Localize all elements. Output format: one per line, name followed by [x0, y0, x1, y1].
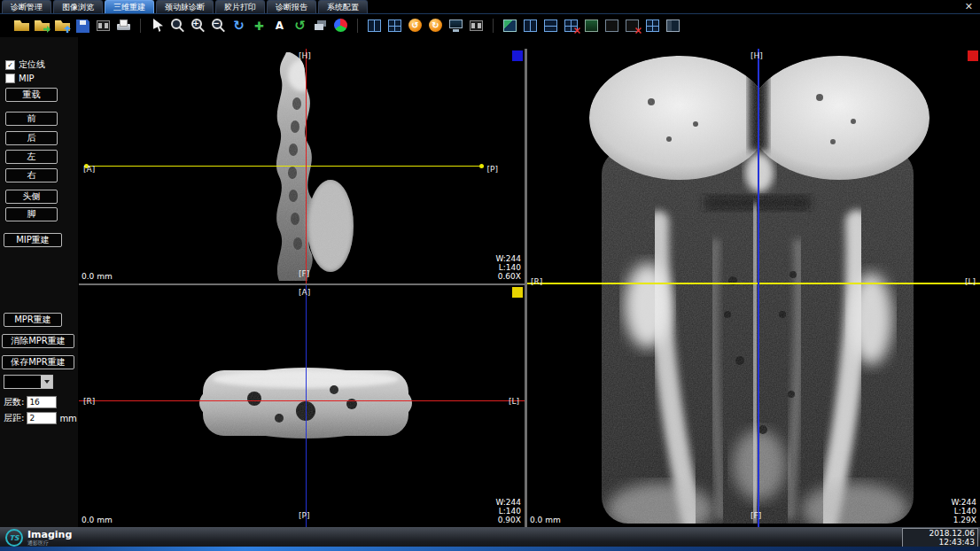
- toolbar-divider: [140, 19, 141, 33]
- image-grid-icon[interactable]: [501, 16, 519, 35]
- zoom-out-icon[interactable]: −: [209, 16, 228, 35]
- screen-green-icon[interactable]: [582, 16, 601, 35]
- layers-icon[interactable]: [311, 16, 330, 35]
- crosshair-endpoint[interactable]: [479, 164, 484, 168]
- mpr-preset-select[interactable]: [4, 375, 53, 389]
- window-level-overlay: W:244 L:140 1.29X: [951, 498, 976, 524]
- tab-diagnosis-report[interactable]: 诊断报告: [267, 0, 316, 13]
- orientation-label-right: [P]: [487, 165, 498, 174]
- monitor-icon[interactable]: [447, 16, 465, 35]
- chevron-down-icon: [41, 376, 52, 388]
- viewport-axial[interactable]: [A] [R] [L] [P] W:244 L:140 0.90X 0.0 mm: [79, 285, 525, 527]
- locator-line-label: 定位线: [19, 58, 45, 71]
- crosshair-coronal-plane-line[interactable]: [306, 49, 307, 283]
- layer-count-input[interactable]: [27, 396, 57, 408]
- folder-export-icon[interactable]: [53, 16, 72, 35]
- layer-spacing-label: 层距:: [4, 412, 24, 424]
- time-value: 12:43:43: [906, 538, 975, 547]
- window-level-overlay: W:244 L:140 0.60X: [495, 254, 521, 281]
- zoom-value: 1.29X: [951, 516, 976, 524]
- head-side-button[interactable]: 头侧: [5, 190, 58, 204]
- grid-close-icon[interactable]: [562, 16, 580, 35]
- mip-label: MIP: [19, 74, 35, 83]
- tab-system-config[interactable]: 系统配置: [318, 0, 368, 13]
- screen-dark-icon[interactable]: [603, 16, 621, 35]
- back-button[interactable]: 后: [5, 131, 58, 145]
- right-button[interactable]: 右: [5, 168, 58, 182]
- window-level-overlay: W:244 L:140 0.90X: [495, 498, 521, 524]
- clear-mpr-button[interactable]: 消除MPR重建: [2, 334, 74, 348]
- zoom-in-icon[interactable]: +: [189, 16, 207, 35]
- crosshair-coronal-plane-line[interactable]: [79, 400, 525, 401]
- redo-icon[interactable]: ↻: [426, 16, 445, 35]
- viewport-coronal[interactable]: [H] [R] [L] [F] W:244 L:140 1.29X 0.0 mm: [527, 49, 980, 527]
- reload-button[interactable]: 重载: [5, 88, 58, 102]
- cursor-icon[interactable]: [148, 16, 167, 35]
- layout-1x2-icon[interactable]: [365, 16, 384, 35]
- viewport-indicator: [968, 50, 978, 61]
- tab-diagnosis-management[interactable]: 诊断管理: [2, 0, 51, 13]
- orientation-label-right: [L]: [965, 277, 976, 286]
- logo-subtext: 通影医疗: [27, 539, 72, 546]
- crosshair-axial-plane-line[interactable]: [527, 283, 980, 284]
- level-value: L:140: [951, 507, 976, 516]
- orientation-label-left: [R]: [531, 277, 542, 286]
- layer-spacing-input[interactable]: [27, 412, 57, 424]
- undo-icon[interactable]: ↺: [406, 16, 424, 35]
- panel-right-icon[interactable]: [664, 16, 682, 35]
- mip-checkbox[interactable]: MIP: [5, 74, 35, 83]
- split-vertical-icon[interactable]: [521, 16, 540, 35]
- layout-2x2-icon[interactable]: [385, 16, 404, 35]
- save-icon[interactable]: [74, 16, 92, 35]
- rotate-icon[interactable]: ↻: [229, 16, 248, 35]
- screen-close-icon[interactable]: [623, 16, 642, 35]
- crosshair-axial-plane-line[interactable]: [86, 166, 484, 167]
- color-wheel-icon[interactable]: [331, 16, 350, 35]
- annotate-icon[interactable]: A: [270, 16, 289, 35]
- split-horizontal-icon[interactable]: [541, 16, 560, 35]
- date-value: 2018.12.06: [906, 529, 975, 538]
- tab-3d-reconstruction[interactable]: 三维重建: [105, 0, 154, 13]
- toolbar: + − ↻ ✚ A ↺ ↺ ↻: [0, 14, 980, 37]
- panels-icon[interactable]: [643, 16, 662, 35]
- filmstrip-icon[interactable]: [467, 16, 486, 35]
- left-button[interactable]: 左: [5, 150, 58, 164]
- orientation-label-top: [H]: [299, 51, 311, 60]
- tab-carotid-diagnosis[interactable]: 颈动脉诊断: [156, 0, 214, 13]
- orientation-label-bottom: [P]: [299, 511, 309, 520]
- zoom-value: 0.90X: [495, 516, 521, 524]
- crosshair-sagittal-plane-line[interactable]: [306, 285, 307, 527]
- pan-icon[interactable]: ✚: [250, 16, 268, 35]
- layer-spacing-unit: mm: [59, 414, 76, 423]
- ruler-label: 0.0 mm: [82, 516, 113, 524]
- orientation-label-left: [A]: [83, 165, 95, 174]
- save-mpr-button[interactable]: 保存MPR重建: [2, 355, 74, 369]
- film-icon[interactable]: [94, 16, 113, 35]
- locator-line-checkbox[interactable]: ✓ 定位线: [5, 58, 45, 71]
- viewport-sagittal[interactable]: [H] [A] [P] [F] W:244 L:140 0.60X 0.0 mm: [79, 49, 525, 283]
- mpr-rebuild-button[interactable]: MPR重建: [4, 313, 62, 327]
- logo-icon: TS: [5, 529, 23, 547]
- front-button[interactable]: 前: [5, 112, 58, 126]
- open-folder-icon[interactable]: [12, 16, 31, 35]
- tab-film-print[interactable]: 胶片打印: [215, 0, 265, 13]
- mri-mpr-application: 诊断管理 图像浏览 三维重建 颈动脉诊断 胶片打印 诊断报告 系统配置 ✕ + …: [0, 0, 980, 551]
- crosshair-sagittal-plane-line[interactable]: [758, 49, 759, 527]
- refresh-icon[interactable]: ↺: [291, 16, 309, 35]
- checkbox-check-icon: [5, 74, 15, 83]
- status-bar: TS Imaging 通影医疗 2018.12.06 12:43:43: [0, 527, 980, 551]
- tab-image-browse[interactable]: 图像浏览: [53, 0, 103, 13]
- mri-coronal-image: [527, 49, 980, 527]
- logo-text: Imaging: [27, 530, 72, 539]
- foot-side-button[interactable]: 脚: [5, 207, 58, 221]
- zoom-icon[interactable]: [168, 16, 187, 35]
- mip-rebuild-button[interactable]: MIP重建: [4, 233, 62, 247]
- checkbox-check-icon: ✓: [5, 60, 15, 70]
- orientation-label-bottom: [F]: [751, 511, 761, 520]
- close-icon[interactable]: ✕: [965, 1, 973, 12]
- orientation-label-left: [R]: [83, 397, 95, 406]
- folder-import-icon[interactable]: [33, 16, 51, 35]
- viewport-indicator: [512, 50, 523, 61]
- printer-icon[interactable]: [114, 16, 133, 35]
- datetime-display: 2018.12.06 12:43:43: [902, 528, 978, 547]
